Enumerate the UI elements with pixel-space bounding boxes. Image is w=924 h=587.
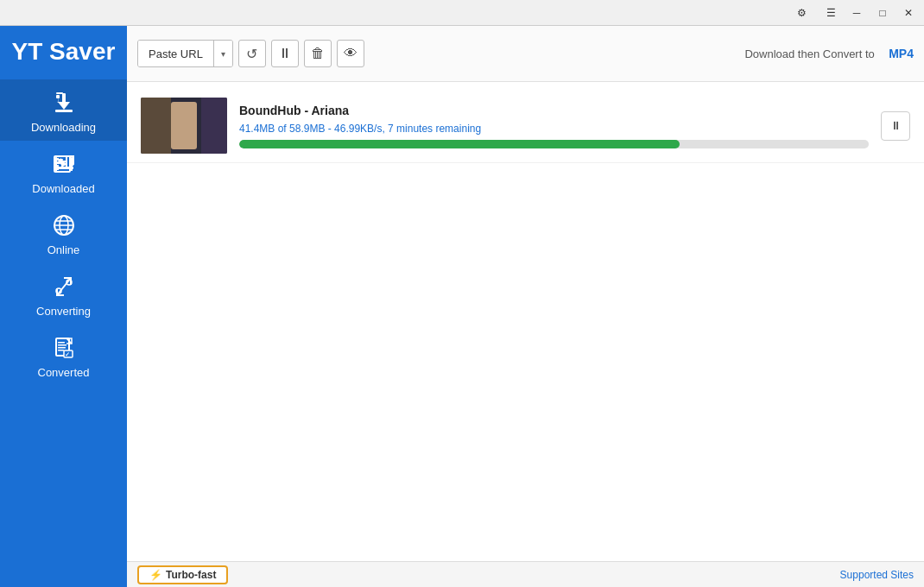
pause-icon: ⏸ [890,119,902,132]
menu-button[interactable]: ☰ [819,3,843,22]
sidebar: YT Saver ↓ Downloading [0,26,127,587]
turbo-label: Turbo-fast [166,569,216,581]
paste-url-dropdown-button[interactable]: ▾ [213,40,232,67]
dropdown-arrow-icon: ▾ [221,49,225,59]
supported-sites-link[interactable]: Supported Sites [840,569,914,581]
sidebar-label-converting: Converting [36,305,91,318]
item-action: ⏸ [881,111,910,141]
maximize-icon: □ [879,7,885,19]
sidebar-label-downloading: Downloading [31,121,96,134]
sidebar-item-converted[interactable]: ✓ Converted [0,325,127,386]
item-title: BoundHub - Ariana [239,104,869,117]
download-icon: ↓ [49,88,79,117]
progress-bar-container [239,140,869,148]
minimize-icon: ─ [853,7,861,19]
svg-rect-16 [57,161,59,163]
svg-rect-33 [58,344,66,346]
minimize-button[interactable]: ─ [845,3,869,22]
sidebar-label-online: Online [47,243,80,256]
close-button[interactable]: ✕ [896,3,921,22]
toolbar: Paste URL ▾ ↺ ⏸ 🗑 👁 Download [127,26,924,82]
menu-icon: ☰ [826,7,836,19]
progress-bar-fill [239,140,680,148]
item-status: 41.4MB of 58.9MB - 46.99KB/s, 7 minutes … [239,123,869,135]
thumb-figure [171,102,197,149]
svg-rect-35 [58,350,64,351]
close-icon: ✕ [904,7,913,19]
pause-all-icon: ⏸ [278,46,292,61]
download-list: BoundHub - Ariana 41.4MB of 58.9MB - 46.… [127,82,924,561]
trash-icon: 🗑 [311,46,325,61]
svg-rect-32 [58,342,65,344]
paste-url-group: Paste URL ▾ [137,40,233,67]
item-info: BoundHub - Ariana 41.4MB of 58.9MB - 46.… [239,104,869,148]
thumb-bg-right [201,98,227,154]
main-content: Paste URL ▾ ↺ ⏸ 🗑 👁 Download [127,26,924,587]
svg-text:✓: ✓ [65,351,70,357]
svg-rect-21 [69,165,71,167]
svg-rect-14 [71,157,73,171]
lightning-icon: ⚡ [149,569,162,581]
footer: ⚡ Turbo-fast Supported Sites [127,561,924,587]
sidebar-item-converting[interactable]: Converting [0,263,127,325]
title-bar: ⚙ ☰ ─ □ ✕ [0,0,924,26]
convert-label: Download then Convert to [744,47,874,60]
convert-format-link[interactable]: MP4 [889,47,914,60]
online-icon [49,211,79,240]
turbo-fast-button[interactable]: ⚡ Turbo-fast [137,565,228,584]
gear-icon: ⚙ [797,7,807,19]
delete-button[interactable]: 🗑 [304,40,332,67]
svg-rect-19 [69,158,71,160]
paste-url-button[interactable]: Paste URL [138,40,213,67]
table-row: BoundHub - Ariana 41.4MB of 58.9MB - 46.… [127,89,924,163]
svg-rect-4 [56,92,63,94]
thumbnail [141,98,227,154]
preview-button[interactable]: 👁 [337,40,364,67]
svg-rect-17 [57,165,59,167]
thumb-bg-left [141,98,171,154]
svg-rect-0 [55,110,73,112]
sidebar-item-downloading[interactable]: ↓ Downloading [0,79,127,141]
svg-rect-13 [55,157,57,171]
converted-icon: ✓ [49,333,79,363]
sidebar-item-downloaded[interactable]: Downloaded [0,141,127,202]
svg-rect-34 [58,347,66,349]
pause-all-button[interactable]: ⏸ [271,40,299,67]
settings-button[interactable]: ⚙ [789,3,813,22]
sidebar-label-downloaded: Downloaded [32,182,94,195]
app-title: YT Saver [0,26,127,79]
converting-icon [49,272,79,301]
maximize-button[interactable]: □ [870,3,895,22]
svg-rect-15 [57,158,59,160]
downloaded-icon [49,149,79,179]
svg-rect-18 [57,168,59,170]
sidebar-item-online[interactable]: Online [0,202,127,263]
svg-marker-2 [58,102,70,110]
refresh-icon: ↺ [246,46,257,62]
app-container: YT Saver ↓ Downloading [0,26,924,587]
sidebar-label-converted: Converted [38,366,90,379]
eye-icon: 👁 [344,46,358,61]
refresh-button[interactable]: ↺ [238,40,266,67]
item-pause-button[interactable]: ⏸ [881,111,910,141]
svg-rect-22 [69,168,71,170]
svg-rect-20 [69,161,71,163]
svg-text:↓: ↓ [56,97,60,104]
